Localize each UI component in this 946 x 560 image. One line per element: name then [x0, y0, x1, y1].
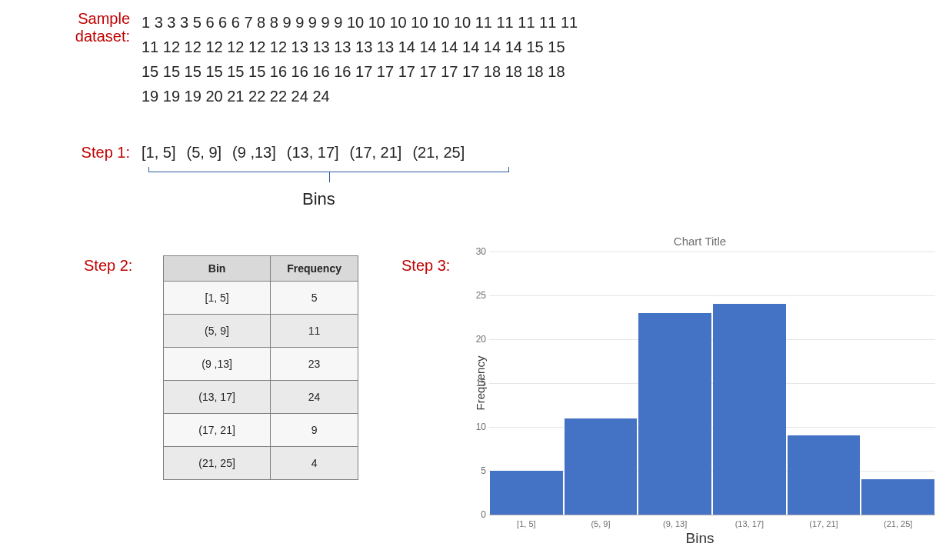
bar	[565, 418, 638, 515]
bin-range: (13, 17]	[287, 144, 339, 161]
label-step1: Step 1:	[26, 144, 130, 162]
label-step2: Step 2:	[84, 257, 132, 275]
y-tick-label: 0	[466, 509, 486, 520]
bar	[788, 435, 861, 515]
y-tick-label: 10	[466, 422, 486, 432]
cell-bin: (13, 17]	[164, 381, 271, 414]
cell-bin: (17, 21]	[164, 414, 271, 447]
bin-range: [1, 5]	[142, 144, 175, 161]
cell-bin: [1, 5]	[164, 282, 271, 315]
cell-freq: 24	[271, 381, 358, 414]
bar	[861, 479, 934, 515]
plot-area: Frequency 051015202530[1, 5](5, 9](9, 13…	[489, 252, 935, 515]
histogram-chart: Chart Title Frequency 051015202530[1, 5]…	[461, 235, 938, 558]
bin-range: (17, 21]	[350, 144, 402, 161]
gridline	[489, 295, 935, 296]
th-freq: Frequency	[271, 256, 358, 282]
cell-freq: 4	[271, 447, 358, 480]
table-row: (5, 9]11	[164, 315, 358, 348]
cell-freq: 5	[271, 282, 358, 315]
gridline	[489, 383, 935, 384]
cell-bin: (21, 25]	[164, 447, 271, 480]
bar	[638, 313, 711, 515]
page: { "labels": { "sample_dataset": "Sample …	[0, 0, 946, 560]
x-tick-label: [1, 5]	[517, 519, 535, 528]
cell-bin: (9 ,13]	[164, 348, 271, 381]
dataset-values: 1 3 3 3 5 6 6 6 7 8 8 9 9 9 9 9 10 10 10…	[142, 10, 578, 108]
cell-freq: 11	[271, 315, 358, 348]
y-tick-label: 15	[466, 378, 486, 388]
chart-title: Chart Title	[461, 235, 938, 248]
cell-freq: 9	[271, 414, 358, 447]
x-tick-label: (17, 21]	[809, 519, 838, 528]
x-tick-label: (5, 9]	[591, 519, 610, 528]
y-tick-label: 5	[466, 465, 486, 476]
gridline	[489, 427, 935, 428]
gridline	[489, 252, 935, 252]
frequency-table: Bin Frequency [1, 5]5(5, 9]11(9 ,13]23(1…	[163, 255, 358, 480]
bin-range: (21, 25]	[412, 144, 465, 161]
table-row: (21, 25]4	[164, 447, 358, 480]
step1-bins-list: [1, 5](5, 9](9 ,13](13, 17](17, 21](21, …	[142, 144, 475, 162]
table-row: [1, 5]5	[164, 282, 358, 315]
x-tick-label: (13, 17]	[735, 519, 764, 528]
y-tick-label: 25	[466, 290, 486, 301]
cell-freq: 23	[271, 348, 358, 381]
gridline	[489, 339, 935, 340]
bar	[490, 471, 563, 515]
label-step3: Step 3:	[401, 257, 450, 275]
brace-icon	[148, 165, 509, 192]
y-tick-label: 30	[466, 246, 486, 257]
bin-range: (9 ,13]	[232, 144, 276, 161]
x-tick-label: (21, 25]	[884, 519, 912, 528]
bins-text: Bins	[302, 189, 335, 209]
x-tick-label: (9, 13]	[663, 519, 687, 528]
bin-range: (5, 9]	[186, 144, 222, 161]
table-row: (13, 17]24	[164, 381, 358, 414]
table-row: (17, 21]9	[164, 414, 358, 447]
table-row: (9 ,13]23	[164, 348, 358, 381]
cell-bin: (5, 9]	[164, 315, 271, 348]
x-axis-label: Bins	[461, 530, 938, 547]
y-tick-label: 20	[466, 334, 486, 345]
label-sample-dataset: Sample dataset:	[26, 10, 130, 45]
bar	[713, 304, 786, 515]
th-bin: Bin	[164, 256, 271, 282]
